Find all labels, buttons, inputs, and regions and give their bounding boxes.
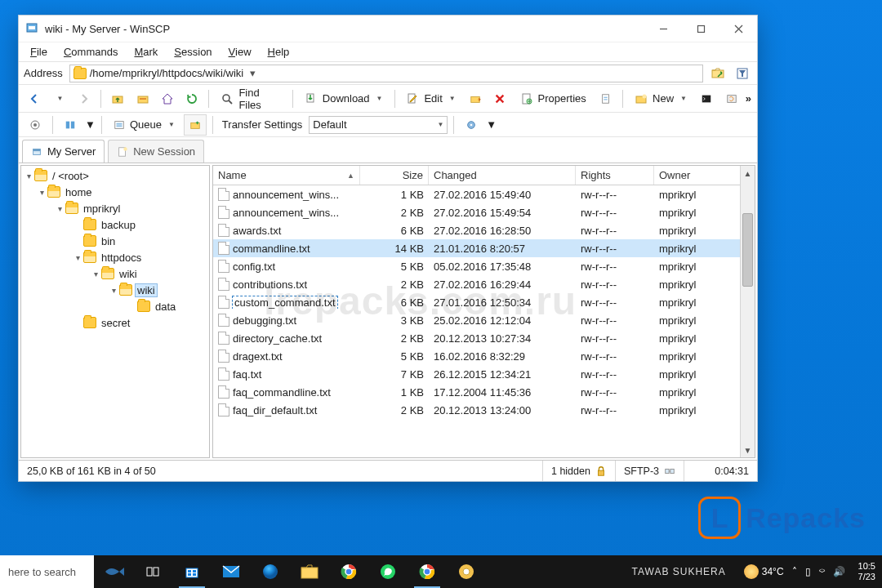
- minimize-button[interactable]: [644, 16, 682, 42]
- table-row[interactable]: announcement_wins...1 KB27.02.2016 15:49…: [213, 185, 740, 203]
- tray-battery-icon[interactable]: ▯: [805, 566, 811, 577]
- table-row[interactable]: commandline.txt14 KB21.01.2016 8:20:57rw…: [213, 239, 740, 257]
- tools-button[interactable]: [460, 114, 483, 136]
- file-list[interactable]: Name▲ Size Changed Rights Owner announce…: [213, 166, 740, 457]
- column-name[interactable]: Name▲: [213, 166, 360, 185]
- maximize-button[interactable]: [682, 16, 719, 42]
- collapse-icon[interactable]: ▾: [72, 253, 83, 262]
- delete-button[interactable]: [489, 88, 510, 109]
- home-folder-button[interactable]: [157, 88, 178, 109]
- table-row[interactable]: faq_dir_default.txt2 KB20.12.2013 13:24:…: [213, 401, 740, 419]
- download-button[interactable]: Download ▼: [299, 88, 389, 109]
- collapse-icon[interactable]: ▾: [90, 270, 101, 278]
- table-row[interactable]: announcement_wins...2 KB27.02.2016 15:49…: [213, 203, 740, 221]
- collapse-icon[interactable]: ▾: [36, 188, 47, 197]
- taskbar-mail[interactable]: [212, 555, 251, 588]
- table-row[interactable]: faq.txt7 KB26.12.2015 12:34:21rw-r--r--m…: [213, 365, 740, 383]
- column-owner[interactable]: Owner: [654, 166, 740, 185]
- close-button[interactable]: [719, 16, 757, 42]
- table-row[interactable]: directory_cache.txt2 KB20.12.2013 10:27:…: [213, 329, 740, 347]
- queue-button[interactable]: Queue ▼: [108, 114, 180, 136]
- back-history-button[interactable]: ▼: [48, 88, 69, 109]
- tree-home[interactable]: ▾home: [21, 184, 209, 200]
- tree-backup[interactable]: backup: [21, 216, 209, 233]
- taskbar-search[interactable]: here to search: [0, 555, 94, 588]
- table-row[interactable]: dragext.txt5 KB16.02.2016 8:32:29rw-r--r…: [213, 347, 740, 365]
- tray-clock[interactable]: 10:5 7/23: [853, 561, 875, 581]
- taskbar-store[interactable]: [172, 555, 212, 588]
- table-row[interactable]: awards.txt6 KB27.02.2016 16:28:50rw-r--r…: [213, 221, 740, 239]
- tree-secret[interactable]: secret: [21, 314, 209, 331]
- scrollbar[interactable]: ▲ ▼: [740, 166, 755, 457]
- tree-wiki-2[interactable]: ▾wiki: [21, 282, 209, 298]
- taskbar-chrome-canary[interactable]: [447, 555, 486, 588]
- dir-tree[interactable]: ▾/ <root> ▾home ▾mprikryl backup bin ▾ht…: [20, 165, 210, 458]
- root-folder-button[interactable]: [131, 88, 153, 109]
- taskbar-explorer[interactable]: [290, 555, 329, 588]
- menu-session[interactable]: Session: [167, 44, 218, 60]
- refresh-button[interactable]: [181, 88, 203, 109]
- table-row[interactable]: config.txt5 KB05.02.2016 17:35:48rw-r--r…: [213, 257, 740, 275]
- menu-mark[interactable]: Mark: [127, 44, 164, 60]
- table-row[interactable]: custom_command.txt6 KB27.01.2016 12:50:3…: [213, 293, 740, 311]
- new-button[interactable]: New ▼: [629, 88, 693, 109]
- terminal-button[interactable]: [696, 88, 717, 109]
- filter-button[interactable]: [733, 65, 752, 82]
- taskbar-whatsapp[interactable]: [368, 555, 408, 588]
- tree-data[interactable]: data: [21, 298, 209, 314]
- toolbar-overflow[interactable]: »: [746, 92, 752, 105]
- menu-view[interactable]: View: [222, 44, 258, 60]
- address-dropdown[interactable]: ▾: [247, 67, 258, 79]
- layout-button[interactable]: [59, 114, 82, 136]
- taskbar-edge[interactable]: [251, 555, 290, 588]
- cell-name: debugging.txt: [213, 314, 360, 327]
- transfer-settings-combo[interactable]: Default ▼: [309, 116, 448, 134]
- table-row[interactable]: faq_commandline.txt1 KB17.12.2004 11:45:…: [213, 383, 740, 401]
- properties-alt-button[interactable]: [595, 88, 617, 109]
- tab-my-server[interactable]: My Server: [22, 140, 105, 163]
- taskbar-fish[interactable]: [94, 555, 133, 588]
- scrollbar-thumb[interactable]: [742, 213, 753, 287]
- find-files-button[interactable]: Find Files: [215, 88, 286, 109]
- menu-help[interactable]: Help: [261, 44, 296, 60]
- layout-dropdown[interactable]: ▼: [85, 118, 96, 131]
- open-folder-button[interactable]: [708, 65, 728, 82]
- scroll-down-icon[interactable]: ▼: [741, 443, 755, 457]
- taskbar-chrome-2[interactable]: [408, 555, 447, 588]
- table-row[interactable]: contributions.txt2 KB27.02.2016 16:29:44…: [213, 275, 740, 293]
- file-name[interactable]: custom_command.txt: [233, 296, 337, 309]
- taskbar-taskview[interactable]: [133, 555, 172, 588]
- taskbar-chrome[interactable]: [329, 555, 368, 588]
- parent-folder-button[interactable]: [107, 88, 128, 109]
- tray-chevron-icon[interactable]: ˄: [792, 566, 797, 577]
- collapse-icon[interactable]: ▾: [23, 172, 34, 180]
- tab-new-session[interactable]: New Session: [108, 140, 204, 163]
- options-button[interactable]: [24, 114, 47, 136]
- sync-button[interactable]: [720, 88, 742, 109]
- tools-dropdown[interactable]: ▼: [486, 118, 497, 131]
- tree-root[interactable]: ▾/ <root>: [21, 167, 209, 184]
- tree-bin[interactable]: bin: [21, 233, 209, 249]
- move-button[interactable]: [465, 88, 486, 109]
- collapse-icon[interactable]: ▾: [54, 204, 65, 213]
- collapse-icon[interactable]: ▾: [108, 286, 119, 295]
- tray-wifi-icon[interactable]: ⌔: [819, 566, 825, 577]
- column-rights[interactable]: Rights: [576, 166, 654, 185]
- back-button[interactable]: [24, 88, 45, 109]
- tray-volume-icon[interactable]: 🔊: [833, 566, 845, 577]
- forward-button[interactable]: [74, 88, 95, 109]
- table-row[interactable]: debugging.txt3 KB25.02.2016 12:12:04rw-r…: [213, 311, 740, 329]
- tree-mprikryl[interactable]: ▾mprikryl: [21, 200, 209, 216]
- column-changed[interactable]: Changed: [429, 166, 576, 185]
- tree-wiki-1[interactable]: ▾wiki: [21, 265, 209, 282]
- menu-file[interactable]: File: [24, 44, 54, 60]
- menu-commands[interactable]: Commands: [57, 44, 124, 60]
- queue-add-button[interactable]: [184, 114, 207, 136]
- properties-button[interactable]: Properties: [514, 88, 592, 109]
- tray-weather[interactable]: 34°C: [744, 564, 784, 579]
- edit-button[interactable]: Edit ▼: [400, 88, 461, 109]
- column-size[interactable]: Size: [360, 166, 429, 185]
- tree-httpdocs[interactable]: ▾httpdocs: [21, 249, 209, 265]
- scroll-up-icon[interactable]: ▲: [741, 166, 755, 180]
- address-input[interactable]: /home/mprikryl/httpdocs/wiki/wiki ▾: [69, 65, 703, 82]
